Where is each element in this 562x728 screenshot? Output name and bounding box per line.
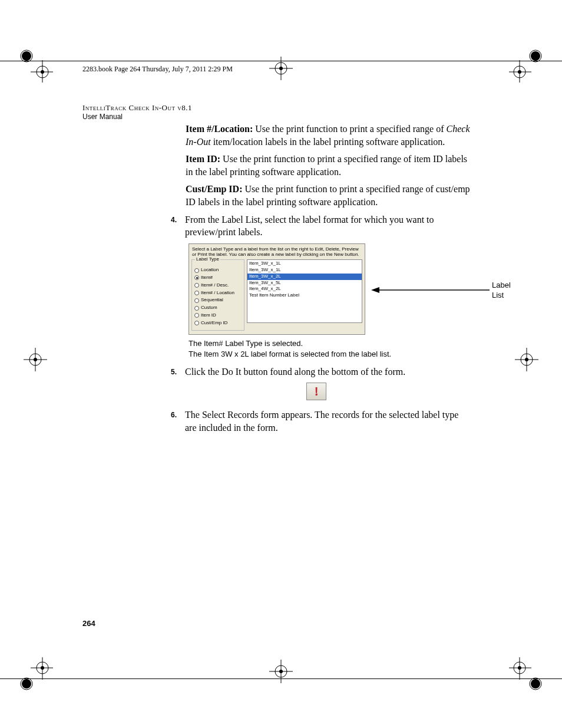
doc-title: IntelliTrack Check In-Out v8.1 bbox=[82, 103, 192, 113]
label-type-groupbox: Label Type LocationItem#Item# / Desc.Ite… bbox=[191, 259, 244, 330]
svg-point-31 bbox=[279, 670, 283, 673]
radio-icon bbox=[194, 306, 199, 311]
registration-mark-icon bbox=[509, 47, 544, 83]
svg-point-7 bbox=[531, 51, 540, 61]
radio-icon bbox=[194, 298, 199, 303]
step-4: 4. From the Label List, select the label… bbox=[82, 213, 471, 239]
svg-point-13 bbox=[22, 679, 31, 689]
label-type-radio[interactable]: Item# / Location bbox=[194, 290, 242, 297]
label-type-panel-figure: Select a Label Type and a label from the… bbox=[189, 243, 471, 335]
framemaker-header-note: 2283.book Page 264 Thursday, July 7, 201… bbox=[82, 65, 233, 74]
label-type-panel: Select a Label Type and a label from the… bbox=[189, 243, 365, 335]
running-header: IntelliTrack Check In-Out v8.1 User Manu… bbox=[82, 103, 192, 121]
registration-mark-icon bbox=[263, 51, 299, 86]
svg-point-23 bbox=[518, 666, 521, 670]
radio-icon bbox=[194, 321, 199, 325]
radio-icon bbox=[194, 283, 199, 288]
page-number: 264 bbox=[82, 619, 95, 628]
para-head: Item ID: bbox=[186, 154, 220, 164]
svg-point-11 bbox=[518, 70, 521, 74]
callout-label: Label List bbox=[492, 280, 522, 301]
label-type-radio[interactable]: Item# / Desc. bbox=[194, 282, 242, 289]
radio-label: Item# / Desc. bbox=[201, 282, 229, 289]
label-type-radio[interactable]: Cust/Emp ID bbox=[194, 320, 242, 327]
svg-marker-41 bbox=[371, 287, 379, 293]
svg-point-17 bbox=[41, 666, 44, 670]
label-list-item[interactable]: Item_3W_x_1L bbox=[247, 261, 362, 267]
step-6: 6. The Select Records form appears. The … bbox=[82, 409, 471, 434]
radio-label: Item ID bbox=[201, 312, 216, 319]
label-type-radio[interactable]: Location bbox=[194, 267, 242, 274]
radio-icon bbox=[194, 313, 199, 318]
label-list-item[interactable]: Item_3W_x_1L bbox=[247, 267, 362, 274]
radio-label: Custom bbox=[201, 305, 217, 311]
registration-mark-icon bbox=[18, 342, 53, 377]
doc-subtitle: User Manual bbox=[82, 113, 192, 121]
registration-mark-icon bbox=[509, 657, 544, 693]
svg-point-39 bbox=[525, 358, 528, 361]
registration-mark-icon bbox=[509, 342, 544, 377]
label-list-listbox[interactable]: Item_3W_x_1LItem_3W_x_1LItem_3W_x_2LItem… bbox=[247, 259, 362, 323]
svg-point-5 bbox=[41, 70, 44, 74]
paragraph-cust-emp-id: Cust/Emp ID: Use the print function to p… bbox=[82, 183, 471, 208]
radio-label: Item# / Location bbox=[201, 290, 234, 297]
radio-label: Item# bbox=[201, 275, 213, 281]
para-head: Item #/Location: bbox=[186, 124, 253, 134]
radio-icon bbox=[194, 268, 199, 273]
radio-label: Cust/Emp ID bbox=[201, 320, 227, 327]
radio-icon bbox=[194, 291, 199, 295]
step-number: 4. bbox=[171, 213, 185, 239]
do-it-button[interactable]: ! • bbox=[306, 383, 326, 400]
page-content: Item #/Location: Use the print function … bbox=[82, 123, 471, 439]
label-type-radio[interactable]: Item ID bbox=[194, 312, 242, 319]
paragraph-item-location: Item #/Location: Use the print function … bbox=[82, 123, 471, 148]
para-head: Cust/Emp ID: bbox=[186, 184, 242, 194]
radio-label: Sequential bbox=[201, 297, 223, 304]
label-type-radio[interactable]: Sequential bbox=[194, 297, 242, 304]
step-5: 5. Click the Do It button found along th… bbox=[82, 365, 471, 378]
groupbox-legend: Label Type bbox=[195, 256, 220, 263]
label-type-radio[interactable]: Item# bbox=[194, 275, 242, 281]
svg-point-1 bbox=[22, 51, 31, 61]
step-number: 6. bbox=[171, 409, 185, 434]
registration-mark-icon bbox=[18, 657, 53, 693]
label-list-item[interactable]: Item_3W_x_2L bbox=[247, 274, 362, 280]
label-list-item[interactable]: Item_3W_x_5L bbox=[247, 280, 362, 286]
label-type-radio[interactable]: Custom bbox=[194, 305, 242, 311]
label-list-item[interactable]: Test Item Number Label bbox=[247, 292, 362, 299]
svg-point-35 bbox=[34, 358, 37, 361]
label-list-callout: Label List bbox=[371, 280, 522, 301]
exclamation-dot-icon: • bbox=[316, 391, 317, 398]
registration-mark-icon bbox=[18, 47, 53, 83]
svg-point-27 bbox=[279, 67, 283, 70]
registration-mark-icon bbox=[263, 654, 299, 689]
paragraph-item-id: Item ID: Use the print function to print… bbox=[82, 153, 471, 178]
figure-caption: The Item# Label Type is selected. The It… bbox=[189, 338, 471, 360]
step-number: 5. bbox=[171, 365, 185, 378]
svg-point-19 bbox=[531, 679, 540, 689]
label-list-item[interactable]: Item_4W_x_2L bbox=[247, 286, 362, 292]
radio-label: Location bbox=[201, 267, 219, 274]
callout-arrow-icon bbox=[371, 285, 490, 295]
radio-icon bbox=[194, 275, 199, 280]
